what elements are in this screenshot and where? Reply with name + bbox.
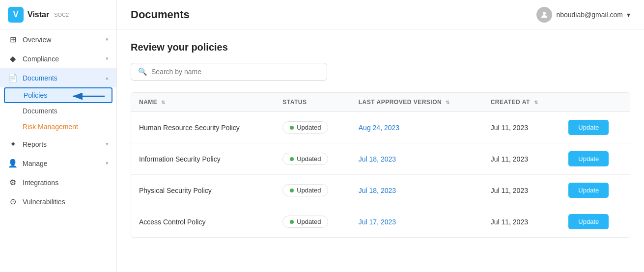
update-button[interactable]: Update (568, 183, 609, 198)
policy-name: Access Control Policy (131, 206, 275, 238)
col-last-approved[interactable]: LAST APPROVED VERSION ⇅ (351, 93, 483, 112)
document-icon: 📄 (8, 73, 18, 82)
col-action (560, 93, 630, 112)
sidebar-label-overview: Overview (23, 36, 101, 44)
sort-created-icon: ⇅ (534, 100, 538, 105)
status-badge: Updated (282, 216, 328, 228)
page-header: Documents nboudiab@gmail.com ▾ (117, 0, 644, 30)
section-title: Review your policies (131, 42, 630, 53)
sidebar-item-manage[interactable]: 👤 Manage ▾ (0, 154, 116, 173)
policy-action: Update (560, 112, 630, 143)
sidebar-item-integrations[interactable]: ⚙ Integrations (0, 173, 116, 192)
status-dot (290, 157, 294, 161)
policy-status: Updated (275, 143, 351, 175)
status-dot (290, 220, 294, 224)
last-approved-date: Jul 18, 2023 (359, 155, 396, 163)
page-content: Review your policies 🔍 NAME ⇅ STATUS (117, 30, 644, 272)
policy-last-approved: Jul 18, 2023 (351, 143, 483, 175)
logo-icon: V (8, 7, 24, 23)
user-email: nboudiab@gmail.com (556, 11, 623, 19)
sidebar-label-vulnerabilities: Vulnerabilities (23, 198, 109, 206)
sidebar-item-risk-management[interactable]: Risk Management (0, 119, 116, 135)
app-badge: SOC2 (54, 12, 69, 18)
sidebar-label-documents: Documents (23, 74, 101, 82)
update-button[interactable]: Update (568, 214, 609, 229)
status-badge: Updated (282, 121, 328, 134)
user-menu[interactable]: nboudiab@gmail.com ▾ (536, 7, 630, 23)
policy-last-approved: Jul 17, 2023 (351, 206, 483, 238)
status-dot (290, 126, 294, 130)
policy-created-at: Jul 11, 2023 (483, 175, 561, 206)
policy-name: Physical Security Policy (131, 175, 275, 206)
policy-created-at: Jul 11, 2023 (483, 112, 561, 143)
last-approved-date: Jul 17, 2023 (359, 218, 396, 226)
chevron-reports: ▾ (106, 141, 109, 147)
user-avatar (536, 7, 552, 23)
policy-name: Information Security Policy (131, 143, 275, 175)
policy-status: Updated (275, 175, 351, 206)
manage-icon: 👤 (8, 159, 18, 168)
table-header-row: NAME ⇅ STATUS LAST APPROVED VERSION ⇅ CR… (131, 93, 630, 112)
table-row: Access Control PolicyUpdatedJul 17, 2023… (131, 206, 630, 238)
sidebar-item-documents[interactable]: 📄 Documents ▴ (0, 68, 116, 87)
policy-last-approved: Aug 24, 2023 (351, 112, 483, 143)
policy-status: Updated (275, 206, 351, 238)
logo-area[interactable]: V Vistar SOC2 (0, 0, 116, 30)
policy-action: Update (560, 143, 630, 175)
policies-table: NAME ⇅ STATUS LAST APPROVED VERSION ⇅ CR… (131, 92, 630, 238)
status-dot (290, 189, 294, 192)
diamond-icon: ◆ (8, 54, 18, 63)
update-button[interactable]: Update (568, 120, 609, 135)
search-icon: 🔍 (138, 67, 147, 76)
chevron-compliance: ▾ (106, 55, 109, 62)
sort-approved-icon: ⇅ (446, 100, 450, 105)
col-created-at[interactable]: CREATED AT ⇅ (483, 93, 561, 112)
search-bar[interactable]: 🔍 (131, 63, 327, 81)
integrations-icon: ⚙ (8, 178, 18, 187)
sidebar-item-vulnerabilities[interactable]: ⊙ Vulnerabilities (0, 192, 116, 211)
policy-created-at: Jul 11, 2023 (483, 206, 561, 238)
sidebar-item-overview[interactable]: ⊞ Overview ▾ (0, 30, 116, 49)
sidebar-item-policies[interactable]: Policies (4, 87, 112, 103)
status-badge: Updated (282, 153, 328, 165)
policy-name: Human Resource Security Policy (131, 112, 275, 143)
chevron-overview: ▾ (106, 36, 109, 43)
table-row: Human Resource Security PolicyUpdatedAug… (131, 112, 630, 143)
sidebar-item-reports[interactable]: ✦ Reports ▾ (0, 135, 116, 154)
table-row: Information Security PolicyUpdatedJul 18… (131, 143, 630, 175)
sort-name-icon: ⇅ (161, 100, 166, 105)
status-badge: Updated (282, 184, 328, 196)
policy-created-at: Jul 11, 2023 (483, 143, 561, 175)
page-title: Documents (131, 8, 190, 21)
update-button[interactable]: Update (568, 151, 609, 166)
chevron-documents: ▴ (106, 75, 109, 81)
sidebar-item-documents-sub[interactable]: Documents (0, 103, 116, 119)
sidebar-item-compliance[interactable]: ◆ Compliance ▾ (0, 49, 116, 68)
policy-action: Update (560, 175, 630, 206)
col-name[interactable]: NAME ⇅ (131, 93, 275, 112)
policy-action: Update (560, 206, 630, 238)
sidebar-label-compliance: Compliance (23, 55, 101, 63)
app-name: Vistar (28, 10, 49, 19)
last-approved-date: Aug 24, 2023 (359, 124, 399, 132)
sidebar-label-manage: Manage (23, 160, 101, 167)
grid-icon: ⊞ (8, 35, 18, 44)
reports-icon: ✦ (8, 139, 18, 149)
table-row: Physical Security PolicyUpdatedJul 18, 2… (131, 175, 630, 206)
sidebar-label-reports: Reports (23, 140, 101, 148)
policy-last-approved: Jul 18, 2023 (351, 175, 483, 206)
sidebar: V Vistar SOC2 ⊞ Overview ▾ ◆ Compliance … (0, 0, 117, 272)
vulnerabilities-icon: ⊙ (8, 197, 18, 206)
chevron-manage: ▾ (106, 160, 109, 166)
col-status: STATUS (275, 93, 351, 112)
user-dropdown-chevron: ▾ (627, 11, 630, 19)
search-input[interactable] (151, 68, 320, 76)
last-approved-date: Jul 18, 2023 (359, 187, 396, 194)
svg-point-1 (543, 12, 546, 15)
main-content: Documents nboudiab@gmail.com ▾ Review yo… (117, 0, 644, 272)
policy-status: Updated (275, 112, 351, 143)
sidebar-label-integrations: Integrations (23, 179, 109, 187)
